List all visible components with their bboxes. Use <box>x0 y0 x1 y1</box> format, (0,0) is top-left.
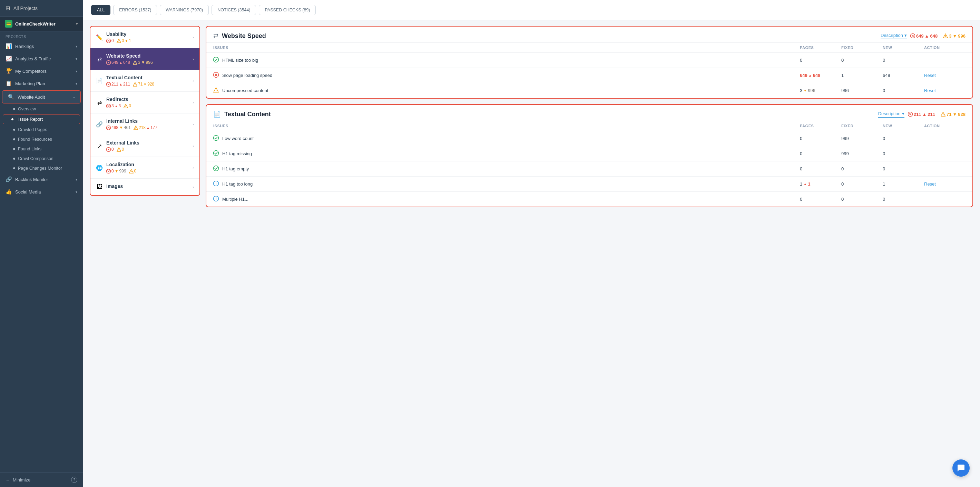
website-speed-header: ⇄ Website Speed Description ▾ 649 ▲ 648 <box>206 27 972 43</box>
sidebar: ⊞ All Projects 💳 OnlineCheckWriter ▾ PRO… <box>0 0 83 487</box>
speed-icon: ⇄ <box>96 56 103 62</box>
table-row: H1 tag missing 0 999 0 <box>206 146 972 161</box>
marketing-icon: 📋 <box>6 80 12 87</box>
sidebar-item-label: Analytics & Traffic <box>15 56 72 61</box>
chat-button[interactable] <box>952 459 970 477</box>
category-website-speed[interactable]: ⇄ Website Speed 649 ▲648 3 ▼996 <box>91 48 199 70</box>
textual-section-icon: 📄 <box>213 110 221 118</box>
textual-content-section: 📄 Textual Content Description ▾ 211 ▲ 21… <box>206 104 973 207</box>
dot-icon <box>11 118 13 121</box>
svg-point-52 <box>213 136 219 141</box>
category-textual-content[interactable]: 📄 Textual Content 211 ▲211 71 ▼928 <box>91 70 199 92</box>
category-images[interactable]: 🖼 Images › <box>91 179 199 195</box>
table-row: Low word count 0 999 0 <box>206 131 972 146</box>
content-area: ✏️ Usability 0 0 ▼1 › <box>83 21 980 487</box>
sidebar-item-competitors[interactable]: 🏆 My Competitors ▾ <box>0 65 83 77</box>
subnav-item-issue-report[interactable]: Issue Report <box>3 114 80 124</box>
svg-point-60 <box>216 197 216 198</box>
chevron-right-icon: ▾ <box>76 44 77 48</box>
sidebar-item-label: Rankings <box>15 44 72 49</box>
check-circle-icon <box>213 57 219 63</box>
info-circle-icon <box>213 196 219 203</box>
sidebar-item-label: My Competitors <box>15 69 72 74</box>
table-row: Uncompressed content 3 ▼ 996 996 0 Reset <box>206 83 972 98</box>
sidebar-item-label: Backlink Monitor <box>15 177 72 182</box>
main-content: ALL ERRORS (1537) WARNINGS (7970) NOTICE… <box>83 0 980 487</box>
speed-section-icon: ⇄ <box>213 32 218 40</box>
sidebar-item-analytics[interactable]: 📈 Analytics & Traffic ▾ <box>0 52 83 65</box>
dot-icon <box>13 128 15 131</box>
section-summary: 649 ▲ 648 3 ▼ 996 <box>910 33 966 39</box>
textual-content-table: ISSUES PAGES FIXED NEW ACTION Low word c… <box>206 121 972 206</box>
project-selector[interactable]: 💳 OnlineCheckWriter ▾ <box>0 17 83 32</box>
sidebar-item-website-audit[interactable]: 🔍 Website Audit ▴ <box>2 90 81 103</box>
project-icon: 💳 <box>5 20 13 28</box>
reset-button[interactable]: Reset <box>924 73 966 78</box>
subnav-item-page-changes[interactable]: Page Changes Monitor <box>0 163 83 173</box>
project-chevron-icon: ▾ <box>76 22 78 26</box>
svg-point-40 <box>213 57 219 62</box>
filter-errors-button[interactable]: ERRORS (1537) <box>113 5 157 15</box>
category-redirects[interactable]: ⇄ Redirects 3 ▲3 0 › <box>91 92 199 113</box>
section-summary: 211 ▲ 211 71 ▼ 928 <box>908 112 966 117</box>
chevron-right-icon: ▾ <box>76 57 77 61</box>
chevron-right-icon: ▾ <box>76 69 77 73</box>
filter-passed-button[interactable]: PASSED CHECKS (89) <box>259 5 316 15</box>
internal-links-icon: 🔗 <box>96 121 103 128</box>
localization-icon: 🌐 <box>96 165 103 171</box>
sidebar-item-backlink[interactable]: 🔗 Backlink Monitor ▾ <box>0 173 83 186</box>
right-panel: ⇄ Website Speed Description ▾ 649 ▲ 648 <box>206 26 973 481</box>
chevron-right-icon: ▾ <box>76 190 77 194</box>
filter-all-button[interactable]: ALL <box>91 5 110 15</box>
help-icon[interactable]: ? <box>71 477 77 483</box>
filter-warnings-button[interactable]: WARNINGS (7970) <box>160 5 209 15</box>
table-row: HTML size too big 0 0 0 <box>206 52 972 68</box>
warning-triangle-icon <box>213 87 219 94</box>
redirects-icon: ⇄ <box>96 99 103 106</box>
website-speed-section: ⇄ Website Speed Description ▾ 649 ▲ 648 <box>206 26 973 98</box>
chevron-down-icon: ▾ <box>904 33 907 38</box>
usability-icon: ✏️ <box>96 34 103 41</box>
filter-bar: ALL ERRORS (1537) WARNINGS (7970) NOTICE… <box>83 0 980 21</box>
chevron-right-icon: ▾ <box>76 178 77 181</box>
sidebar-item-marketing[interactable]: 📋 Marketing Plan ▾ <box>0 77 83 90</box>
subnav-item-overview[interactable]: Overview <box>0 104 83 114</box>
sidebar-item-social[interactable]: 👍 Social Media ▾ <box>0 186 83 198</box>
chevron-right-icon: › <box>192 144 194 148</box>
info-circle-icon <box>213 181 219 187</box>
backlink-icon: 🔗 <box>6 176 12 182</box>
category-internal-links[interactable]: 🔗 Internal Links 498 ▼461 218 ▲177 <box>91 113 199 135</box>
table-header: ISSUES PAGES FIXED NEW ACTION <box>206 43 972 52</box>
category-usability[interactable]: ✏️ Usability 0 0 ▼1 › <box>91 27 199 48</box>
filter-notices-button[interactable]: NOTICES (3544) <box>212 5 256 15</box>
chevron-right-icon: › <box>192 100 194 105</box>
subnav-item-crawl-comparison[interactable]: Crawl Comparison <box>0 154 83 163</box>
subnav-item-crawled-pages[interactable]: Crawled Pages <box>0 125 83 135</box>
chevron-right-icon: › <box>192 57 194 61</box>
social-icon: 👍 <box>6 189 12 195</box>
reset-button[interactable]: Reset <box>924 88 966 93</box>
minimize-button[interactable]: ← Minimize ? <box>0 472 83 487</box>
categories-panel: ✏️ Usability 0 0 ▼1 › <box>90 26 200 196</box>
textual-content-header: 📄 Textual Content Description ▾ 211 ▲ 21… <box>206 105 972 121</box>
textual-icon: 📄 <box>96 78 103 84</box>
description-button[interactable]: Description ▾ <box>881 33 907 39</box>
svg-point-57 <box>216 182 216 183</box>
subnav-item-found-resources[interactable]: Found Resources <box>0 135 83 144</box>
analytics-icon: 📈 <box>6 56 12 62</box>
website-speed-table: ISSUES PAGES FIXED NEW ACTION HTML size … <box>206 43 972 98</box>
chevron-down-icon: ▾ <box>902 111 904 116</box>
sidebar-item-label: Social Media <box>15 189 72 195</box>
subnav-item-found-links[interactable]: Found Links <box>0 144 83 154</box>
table-row: Multiple H1... 0 0 0 <box>206 192 972 206</box>
description-button[interactable]: Description ▾ <box>878 111 904 117</box>
chevron-right-icon: ▾ <box>76 82 77 86</box>
category-localization[interactable]: 🌐 Localization 0 ▼999 0 › <box>91 157 199 179</box>
dot-icon <box>13 138 15 140</box>
dot-icon <box>13 148 15 150</box>
category-external-links[interactable]: ↗ External Links 0 0 › <box>91 135 199 157</box>
all-projects-link[interactable]: ⊞ All Projects <box>0 0 83 17</box>
reset-button[interactable]: Reset <box>924 181 966 187</box>
check-circle-icon <box>213 165 219 172</box>
sidebar-item-rankings[interactable]: 📊 Rankings ▾ <box>0 40 83 52</box>
